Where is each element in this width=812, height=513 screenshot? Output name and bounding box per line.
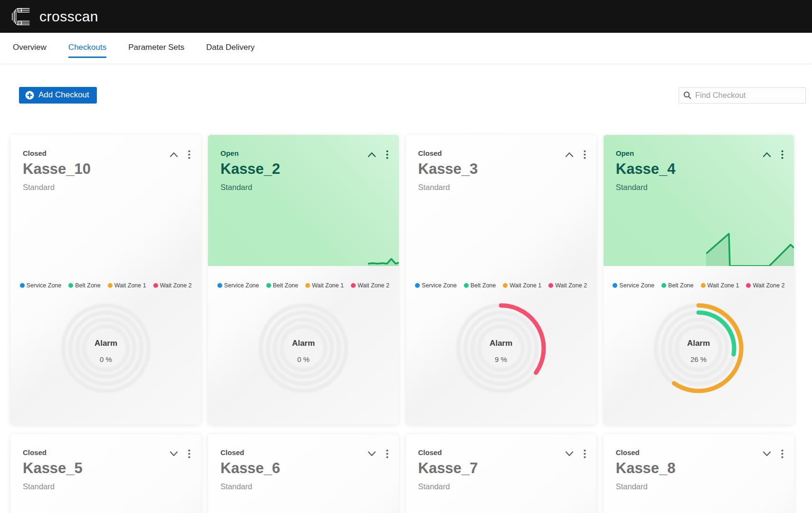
kebab-menu-icon[interactable]: [386, 449, 388, 458]
zone-legend: Service ZoneBelt ZoneWait Zone 1Wait Zon…: [208, 282, 398, 289]
legend-item: Wait Zone 1: [503, 282, 541, 289]
checkout-card: Closed Kasse_6 Standard: [208, 434, 398, 513]
app-header: crosscan: [0, 0, 812, 33]
chevron-toggle-icon[interactable]: [169, 450, 179, 458]
checkout-card: Closed Kasse_7 Standard: [406, 434, 596, 513]
checkout-card-header: Open Kasse_2 Standard: [208, 135, 398, 266]
legend-item: Service Zone: [20, 282, 62, 289]
checkout-card: Closed Kasse_8 Standard: [604, 434, 794, 513]
checkout-name: Kasse_5: [23, 460, 190, 477]
legend-item: Service Zone: [415, 282, 457, 289]
chevron-toggle-icon[interactable]: [762, 450, 772, 458]
add-checkout-label: Add Checkout: [38, 90, 89, 100]
chevron-toggle-icon[interactable]: [565, 450, 574, 458]
kebab-menu-icon[interactable]: [584, 150, 586, 159]
status-badge: Closed: [418, 448, 586, 456]
legend-item: Wait Zone 1: [701, 282, 739, 289]
kebab-menu-icon[interactable]: [781, 449, 784, 458]
alarm-gauge: Alarm0 %: [249, 294, 358, 403]
tab-parameter-sets[interactable]: Parameter Sets: [128, 43, 184, 57]
tab-checkouts[interactable]: Checkouts: [68, 43, 106, 58]
checkout-type: Standard: [616, 482, 784, 491]
zone-dot: [464, 283, 469, 288]
add-checkout-button[interactable]: Add Checkout: [19, 87, 97, 104]
alarm-gauge-wrap: Alarm26 %: [604, 294, 794, 403]
status-badge: Closed: [23, 448, 190, 456]
zone-dot: [548, 283, 553, 288]
checkout-type: Standard: [220, 482, 388, 491]
gauge-value: 26 %: [690, 355, 707, 363]
checkout-type: Standard: [23, 183, 190, 192]
zone-label: Wait Zone 2: [753, 282, 784, 289]
alarm-gauge-wrap: Alarm0 %: [208, 294, 398, 403]
status-badge: Closed: [220, 448, 388, 456]
checkout-name: Kasse_8: [616, 460, 784, 477]
kebab-menu-icon[interactable]: [188, 150, 190, 159]
checkout-card-body: Service ZoneBelt ZoneWait Zone 1Wait Zon…: [604, 266, 794, 403]
alarm-gauge-wrap: Alarm0 %: [10, 294, 201, 403]
zone-dot: [701, 283, 706, 288]
chevron-toggle-icon[interactable]: [367, 151, 377, 159]
legend-item: Belt Zone: [464, 282, 496, 289]
checkout-name: Kasse_4: [616, 161, 784, 178]
kebab-menu-icon[interactable]: [188, 449, 190, 458]
occupancy-sparkline: [368, 256, 399, 266]
zone-label: Wait Zone 2: [358, 282, 389, 289]
status-badge: Closed: [616, 448, 784, 456]
kebab-menu-icon[interactable]: [584, 449, 586, 458]
legend-item: Service Zone: [217, 282, 259, 289]
crosscan-logo-icon: [11, 6, 33, 28]
kebab-menu-icon[interactable]: [781, 150, 784, 159]
toolbar: Add Checkout: [0, 87, 812, 104]
zone-label: Wait Zone 1: [708, 282, 739, 289]
zone-label: Wait Zone 1: [114, 282, 146, 289]
zone-label: Wait Zone 1: [312, 282, 344, 289]
main-nav: Overview Checkouts Parameter Sets Data D…: [0, 33, 812, 64]
gauge-value: 9 %: [495, 355, 507, 363]
checkout-type: Standard: [220, 183, 388, 192]
zone-dot: [20, 283, 25, 288]
zone-dot: [266, 283, 271, 288]
kebab-menu-icon[interactable]: [386, 150, 388, 159]
checkout-card-header: Closed Kasse_5 Standard: [10, 434, 201, 513]
checkout-name: Kasse_10: [23, 161, 190, 178]
gauge-value: 0 %: [100, 355, 112, 363]
checkout-card-header: Closed Kasse_6 Standard: [208, 434, 398, 513]
legend-item: Service Zone: [613, 282, 654, 289]
zone-label: Service Zone: [224, 282, 259, 289]
chevron-toggle-icon[interactable]: [169, 151, 179, 159]
status-badge: Closed: [418, 149, 586, 157]
zone-legend: Service ZoneBelt ZoneWait Zone 1Wait Zon…: [406, 282, 596, 289]
alarm-gauge: Alarm0 %: [51, 294, 161, 403]
checkout-name: Kasse_2: [220, 161, 388, 178]
checkout-card-body: Service ZoneBelt ZoneWait Zone 1Wait Zon…: [208, 266, 398, 403]
gauge-arc: [674, 305, 742, 391]
zone-dot: [153, 283, 158, 288]
card-actions: [565, 150, 586, 159]
zone-dot: [68, 283, 73, 288]
card-actions: [169, 150, 190, 159]
legend-item: Wait Zone 2: [746, 282, 784, 289]
checkout-card: Closed Kasse_3 Standard Service ZoneBelt…: [406, 135, 596, 425]
zone-label: Belt Zone: [273, 282, 299, 289]
zone-dot: [661, 283, 666, 288]
gauge-title: Alarm: [490, 339, 512, 348]
legend-item: Belt Zone: [266, 282, 299, 289]
status-badge: Open: [616, 149, 784, 157]
checkout-card: Open Kasse_4 Standard Service ZoneBelt Z…: [604, 135, 794, 425]
card-actions: [762, 150, 784, 159]
checkout-name: Kasse_6: [220, 460, 388, 477]
checkout-card-header: Closed Kasse_10 Standard: [10, 135, 201, 266]
tab-overview[interactable]: Overview: [13, 43, 47, 57]
chevron-toggle-icon[interactable]: [367, 450, 377, 458]
zone-dot: [108, 283, 113, 288]
chevron-toggle-icon[interactable]: [762, 151, 772, 159]
checkout-name: Kasse_3: [418, 161, 586, 178]
gauge-value: 0 %: [297, 355, 310, 363]
tab-data-delivery[interactable]: Data Delivery: [206, 43, 255, 57]
chevron-toggle-icon[interactable]: [565, 151, 574, 159]
alarm-gauge: Alarm9 %: [446, 294, 556, 403]
zone-dot: [503, 283, 508, 288]
search-input[interactable]: [695, 91, 800, 100]
checkout-name: Kasse_7: [418, 460, 586, 477]
